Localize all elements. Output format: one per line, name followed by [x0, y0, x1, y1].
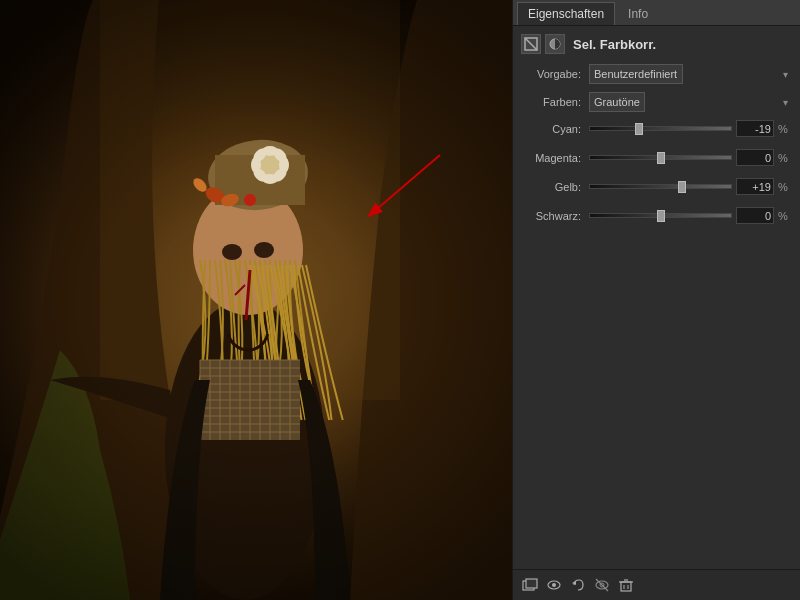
slider-unit-0: % [778, 123, 792, 135]
slider-value-3[interactable]: 0 [736, 207, 774, 224]
bottom-icon-visibility[interactable] [593, 576, 611, 594]
vorgabe-label: Vorgabe: [521, 68, 589, 80]
eye-icon [546, 577, 562, 593]
bottom-icon-undo[interactable] [569, 576, 587, 594]
vorgabe-dropdown-wrapper: Benutzerdefiniert [589, 64, 792, 84]
slider-row-magenta: Magenta: 0 % [521, 149, 792, 166]
farben-row: Farben: Grautöne [521, 92, 792, 112]
slider-track-2[interactable] [589, 180, 732, 194]
slider-value-0[interactable]: -19 [736, 120, 774, 137]
bottom-icon-delete[interactable] [617, 576, 635, 594]
photo-area [0, 0, 512, 600]
svg-rect-13 [621, 582, 631, 591]
panel-content: Sel. Farbkorr. Vorgabe: Benutzerdefinier… [513, 26, 800, 569]
undo-icon [570, 577, 586, 593]
slider-row-gelb: Gelb: +19 % [521, 178, 792, 195]
slider-label-2: Gelb: [521, 181, 589, 193]
vorgabe-row: Vorgabe: Benutzerdefiniert [521, 64, 792, 84]
new-layer-icon [522, 577, 538, 593]
slider-row-cyan: Cyan: -19 % [521, 120, 792, 137]
slider-label-0: Cyan: [521, 123, 589, 135]
slider-thumb-2[interactable] [678, 181, 686, 193]
tool-icon-mask[interactable] [521, 34, 541, 54]
tab-eigenschaften[interactable]: Eigenschaften [517, 2, 615, 25]
slider-thumb-3[interactable] [657, 210, 665, 222]
svg-point-8 [552, 583, 556, 587]
vorgabe-dropdown[interactable]: Benutzerdefiniert [589, 64, 683, 84]
panel-title: Sel. Farbkorr. [573, 37, 656, 52]
svg-line-3 [525, 38, 537, 50]
circle-icon [548, 37, 562, 51]
slider-label-3: Schwarz: [521, 210, 589, 222]
slider-unit-1: % [778, 152, 792, 164]
photo-canvas [0, 0, 512, 600]
mask-icon [524, 37, 538, 51]
panel-toolbar: Sel. Farbkorr. [521, 34, 792, 54]
svg-rect-6 [526, 579, 537, 588]
trash-icon [618, 577, 634, 593]
slider-value-2[interactable]: +19 [736, 178, 774, 195]
slider-thumb-0[interactable] [635, 123, 643, 135]
visibility-icon [594, 577, 610, 593]
slider-track-3[interactable] [589, 209, 732, 223]
farben-label: Farben: [521, 96, 589, 108]
slider-track-1[interactable] [589, 151, 732, 165]
slider-row-schwarz: Schwarz: 0 % [521, 207, 792, 224]
slider-label-1: Magenta: [521, 152, 589, 164]
tab-info[interactable]: Info [617, 2, 659, 25]
bottom-icon-new-layer[interactable] [521, 576, 539, 594]
bottom-toolbar [513, 569, 800, 600]
farben-dropdown-wrapper: Grautöne [589, 92, 792, 112]
tab-bar: Eigenschaften Info [513, 0, 800, 26]
slider-unit-3: % [778, 210, 792, 222]
tool-icon-circle[interactable] [545, 34, 565, 54]
bottom-icon-eye[interactable] [545, 576, 563, 594]
slider-thumb-1[interactable] [657, 152, 665, 164]
slider-unit-2: % [778, 181, 792, 193]
slider-value-1[interactable]: 0 [736, 149, 774, 166]
sliders-container: Cyan: -19 % Magenta: 0 % [521, 120, 792, 224]
slider-track-0[interactable] [589, 122, 732, 136]
farben-dropdown[interactable]: Grautöne [589, 92, 645, 112]
properties-panel: Eigenschaften Info Sel. Farbkorr. Vorga [512, 0, 800, 600]
